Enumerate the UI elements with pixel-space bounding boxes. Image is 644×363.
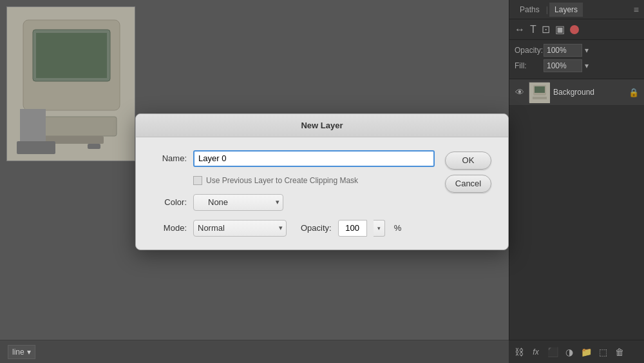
- color-select-wrapper: ✕ None Red Orange Yellow Green Blue Viol…: [193, 194, 283, 211]
- dialog-title: New Layer: [136, 114, 508, 137]
- dialog-fields: Name: Use Previous Layer to Create Clipp…: [151, 150, 435, 237]
- mode-select-wrapper: Normal Dissolve Multiply Screen Overlay: [193, 220, 287, 237]
- opacity-field[interactable]: [338, 220, 367, 237]
- opacity-row-label: Opacity:: [301, 223, 332, 233]
- modal-overlay: New Layer Name: Use Previous Layer to Cr…: [0, 0, 644, 363]
- color-row: Color: ✕ None Red Orange Yellow Green Bl…: [151, 194, 435, 211]
- clipping-mask-row: Use Previous Layer to Create Clipping Ma…: [151, 176, 435, 185]
- mode-select[interactable]: Normal Dissolve Multiply Screen Overlay: [193, 220, 287, 237]
- opacity-pct: %: [394, 223, 402, 233]
- name-input[interactable]: [193, 150, 435, 167]
- clipping-mask-label: Use Previous Layer to Create Clipping Ma…: [206, 176, 358, 185]
- name-label: Name:: [151, 153, 187, 163]
- new-layer-dialog: New Layer Name: Use Previous Layer to Cr…: [135, 113, 509, 250]
- opacity-stepper[interactable]: ▾: [374, 220, 385, 237]
- cancel-button[interactable]: Cancel: [445, 175, 491, 193]
- color-label: Color:: [151, 197, 187, 207]
- mode-opacity-row: Mode: Normal Dissolve Multiply Screen Ov…: [151, 220, 435, 237]
- color-select[interactable]: None Red Orange Yellow Green Blue Violet…: [193, 194, 283, 211]
- mode-label: Mode:: [151, 223, 187, 233]
- ok-button[interactable]: OK: [445, 152, 491, 170]
- dialog-body: Name: Use Previous Layer to Create Clipp…: [136, 137, 508, 250]
- name-row: Name:: [151, 150, 435, 167]
- clipping-mask-checkbox[interactable]: [193, 176, 202, 185]
- dialog-content: Name: Use Previous Layer to Create Clipp…: [151, 150, 493, 237]
- dialog-actions: OK Cancel: [435, 150, 493, 237]
